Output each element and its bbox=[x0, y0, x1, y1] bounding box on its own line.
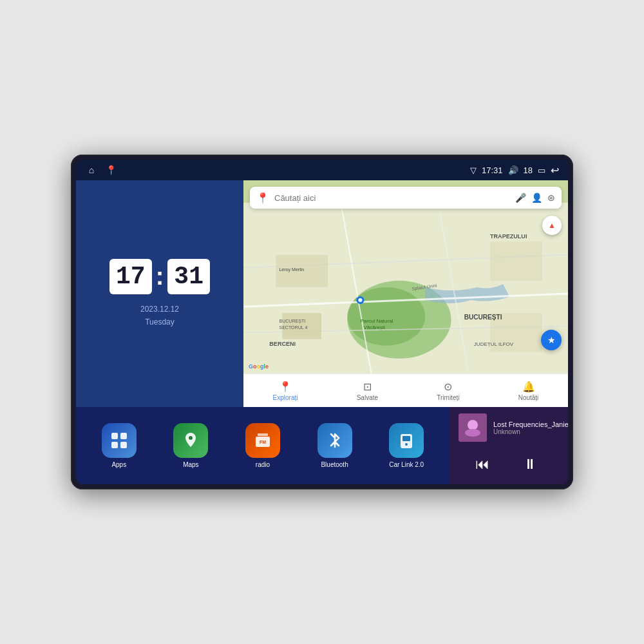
app-item-bluetooth[interactable]: Bluetooth bbox=[317, 423, 352, 468]
svg-rect-27 bbox=[120, 442, 127, 448]
svg-rect-24 bbox=[111, 433, 118, 439]
clock-hour: 17 bbox=[109, 259, 152, 294]
map-mic-icon[interactable]: 🎤 bbox=[515, 193, 526, 203]
music-thumbnail bbox=[459, 413, 487, 442]
apps-dock: Apps Maps bbox=[76, 407, 450, 484]
svg-text:BUCUREȘTI: BUCUREȘTI bbox=[279, 319, 305, 324]
svg-text:SECTORUL 4: SECTORUL 4 bbox=[279, 325, 307, 330]
status-left: ⌂ 📍 bbox=[85, 164, 117, 176]
map-compass[interactable]: ▲ bbox=[542, 216, 562, 235]
svg-point-2 bbox=[347, 287, 425, 346]
saved-icon: ⊡ bbox=[363, 381, 372, 393]
map-bottom-nav: 📍 Explorați ⊡ Salvate ⊙ Trimiteți 🔔 bbox=[243, 374, 568, 407]
battery-level: 18 bbox=[524, 166, 533, 175]
apps-icon bbox=[102, 423, 137, 458]
main-area: 17 : 31 2023.12.12 Tuesday bbox=[76, 180, 568, 484]
app-item-carlink[interactable]: Car Link 2.0 bbox=[389, 423, 424, 468]
status-time: 17:31 bbox=[482, 166, 503, 175]
svg-point-34 bbox=[405, 443, 408, 446]
map-nav-saved[interactable]: ⊡ Salvate bbox=[357, 381, 378, 401]
music-controls: ⏮ ⏸ ⏭ bbox=[459, 451, 568, 478]
carlink-icon bbox=[389, 423, 424, 458]
device-shell: ⌂ 📍 ▽ 17:31 🔊 18 ▭ ↩ 17 : bbox=[71, 155, 573, 489]
svg-rect-31 bbox=[258, 433, 268, 436]
clock-date: 2023.12.12 Tuesday bbox=[140, 303, 179, 328]
map-search-bar[interactable]: 📍 Căutați aici 🎤 👤 ⊛ bbox=[250, 187, 562, 209]
maps-icon bbox=[173, 423, 208, 458]
music-artist: Unknown bbox=[493, 428, 568, 435]
clock-widget: 17 : 31 2023.12.12 Tuesday bbox=[76, 180, 243, 407]
status-right: ▽ 17:31 🔊 18 ▭ ↩ bbox=[470, 164, 559, 176]
map-area[interactable]: TRAPEZULUI BUCUREȘTI JUDEȚUL ILFOV BERCE… bbox=[243, 180, 568, 407]
map-account-icon[interactable]: 👤 bbox=[531, 193, 542, 203]
map-nav-fab[interactable]: ★ bbox=[541, 330, 562, 350]
svg-point-23 bbox=[358, 298, 362, 302]
svg-text:TRAPEZULUI: TRAPEZULUI bbox=[490, 233, 527, 240]
map-search-text: Căutați aici bbox=[274, 193, 510, 203]
bluetooth-icon bbox=[317, 423, 352, 458]
svg-text:FM: FM bbox=[260, 440, 266, 444]
svg-point-37 bbox=[465, 429, 480, 437]
volume-icon: 🔊 bbox=[508, 166, 518, 175]
map-nav-news[interactable]: 🔔 Noutăți bbox=[518, 381, 539, 401]
svg-text:Văcărești: Văcărești bbox=[363, 325, 385, 330]
bottom-section: Apps Maps bbox=[76, 407, 568, 484]
signal-icon: ▽ bbox=[470, 166, 477, 175]
svg-text:BUCUREȘTI: BUCUREȘTI bbox=[464, 314, 502, 321]
svg-rect-10 bbox=[490, 242, 542, 280]
music-next-button[interactable]: ⏭ bbox=[565, 453, 568, 475]
music-top: Lost Frequencies_Janieck Devy-... Unknow… bbox=[459, 413, 568, 442]
news-icon: 🔔 bbox=[522, 381, 535, 393]
app-item-radio[interactable]: FM radio bbox=[245, 423, 280, 468]
map-nav-send[interactable]: ⊙ Trimiteți bbox=[437, 381, 459, 401]
maps-small-icon[interactable]: 📍 bbox=[104, 164, 117, 176]
radio-label: radio bbox=[256, 461, 270, 468]
clock-minute: 31 bbox=[167, 259, 210, 294]
music-prev-button[interactable]: ⏮ bbox=[469, 453, 496, 475]
svg-rect-26 bbox=[111, 442, 118, 448]
svg-text:Parcul Natural: Parcul Natural bbox=[360, 318, 393, 324]
app-item-maps[interactable]: Maps bbox=[173, 423, 208, 468]
back-icon[interactable]: ↩ bbox=[551, 164, 559, 176]
svg-text:Leroy Merlin: Leroy Merlin bbox=[279, 267, 304, 272]
battery-icon: ▭ bbox=[538, 166, 545, 175]
bluetooth-label: Bluetooth bbox=[321, 461, 348, 468]
music-player: Lost Frequencies_Janieck Devy-... Unknow… bbox=[450, 407, 568, 484]
home-icon[interactable]: ⌂ bbox=[85, 164, 98, 176]
svg-text:BERCENI: BERCENI bbox=[269, 341, 296, 347]
apps-label: Apps bbox=[111, 461, 126, 468]
radio-icon: FM bbox=[245, 423, 280, 458]
clock-display: 17 : 31 bbox=[109, 259, 210, 294]
screen: ⌂ 📍 ▽ 17:31 🔊 18 ▭ ↩ 17 : bbox=[76, 160, 568, 484]
music-playpause-button[interactable]: ⏸ bbox=[516, 453, 544, 475]
top-section: 17 : 31 2023.12.12 Tuesday bbox=[76, 180, 568, 407]
map-nav-explore[interactable]: 📍 Explorați bbox=[273, 381, 298, 401]
carlink-label: Car Link 2.0 bbox=[389, 461, 424, 468]
maps-label: Maps bbox=[183, 461, 198, 468]
music-info: Lost Frequencies_Janieck Devy-... Unknow… bbox=[493, 421, 568, 435]
send-icon: ⊙ bbox=[444, 381, 452, 393]
svg-rect-33 bbox=[402, 436, 410, 441]
music-title: Lost Frequencies_Janieck Devy-... bbox=[493, 421, 568, 428]
clock-colon: : bbox=[156, 263, 164, 290]
svg-text:JUDEȚUL ILFOV: JUDEȚUL ILFOV bbox=[474, 341, 514, 347]
status-bar: ⌂ 📍 ▽ 17:31 🔊 18 ▭ ↩ bbox=[76, 160, 568, 180]
svg-point-36 bbox=[468, 420, 478, 430]
explore-icon: 📍 bbox=[279, 381, 292, 393]
map-pin-icon: 📍 bbox=[256, 192, 269, 204]
map-layers-icon[interactable]: ⊛ bbox=[547, 193, 555, 203]
google-logo: Google bbox=[249, 363, 269, 370]
app-item-apps[interactable]: Apps bbox=[102, 423, 137, 468]
svg-rect-25 bbox=[120, 433, 127, 439]
svg-point-28 bbox=[189, 436, 193, 440]
